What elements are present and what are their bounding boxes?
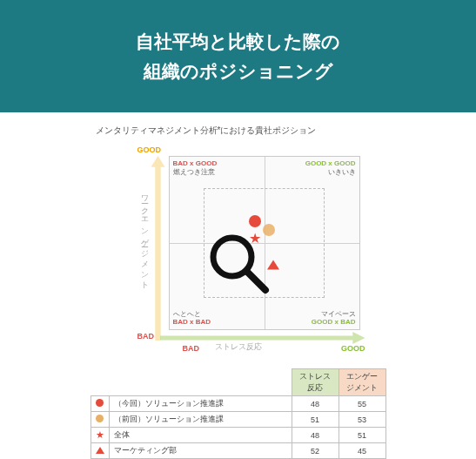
row-engage: 55 (339, 396, 385, 412)
corner-tl-tag: BAD x GOOD (173, 159, 218, 167)
table-blank-header (91, 369, 292, 396)
star-icon: ★ (96, 429, 104, 440)
point-overall: ★ (249, 232, 261, 246)
circle-gold-icon (96, 415, 104, 422)
corner-bl-tag: BAD x BAD (173, 318, 211, 326)
table-header-engage: エンゲージメント (339, 369, 385, 396)
row-marker (91, 443, 109, 459)
point-current-solution (249, 215, 261, 227)
table-row: （今回）ソリューション推進課 48 55 (91, 396, 385, 412)
row-stress: 51 (292, 412, 339, 428)
row-engage: 45 (339, 443, 385, 459)
row-label: マーケティング部 (109, 443, 292, 459)
corner-top-right: GOOD x GOOD いきいき (305, 159, 356, 176)
point-previous-solution (263, 224, 275, 236)
row-marker (91, 396, 109, 412)
report-title: メンタリティマネジメント分析*における貴社ポジション (73, 125, 404, 137)
table-header-row: ストレス反応 エンゲージメント (91, 369, 385, 396)
hero-banner: 自社平均と比較した際の 組織のポジショニング (0, 0, 476, 112)
report-card: メンタリティマネジメント分析*における貴社ポジション GOOD BAD BAD … (73, 112, 404, 459)
corner-bottom-right: マイペース GOOD x BAD (312, 310, 356, 327)
corner-br-sub: マイペース (321, 310, 356, 318)
corner-tr-sub: いきいき (328, 168, 356, 176)
corner-bottom-left: へとへと BAD x BAD (173, 310, 211, 327)
row-label: （前回）ソリューション推進課 (109, 412, 292, 428)
x-axis-arrow-icon (160, 332, 365, 344)
inner-reference-box (204, 188, 325, 299)
x-axis-bad-label: BAD (183, 344, 200, 353)
corner-top-left: BAD x GOOD 燃えつき注意 (173, 159, 218, 176)
row-stress: 48 (292, 396, 339, 412)
corner-tr-tag: GOOD x GOOD (305, 159, 356, 167)
hero-line-2: 組織のポジショニング (144, 61, 333, 81)
table-row: マーケティング部 52 45 (91, 443, 385, 459)
row-marker (91, 412, 109, 428)
y-axis-label: ワークエンゲージメント (139, 189, 151, 287)
data-table: ストレス反応 エンゲージメント （今回）ソリューション推進課 48 55 （前回… (91, 368, 386, 459)
row-label: 全体 (109, 428, 292, 443)
table-row: （前回）ソリューション推進課 51 53 (91, 412, 385, 428)
row-stress: 48 (292, 428, 339, 443)
corner-tl-sub: 燃えつき注意 (173, 168, 215, 176)
row-marker: ★ (91, 428, 109, 443)
row-label: （今回）ソリューション推進課 (109, 396, 292, 412)
y-axis-bad-label: BAD (137, 332, 155, 341)
y-axis-good-label: GOOD (137, 145, 162, 154)
table-row: ★ 全体 48 51 (91, 428, 385, 443)
point-marketing (267, 260, 279, 269)
quadrant-chart: GOOD BAD BAD GOOD ワークエンゲージメント ストレス反応 BAD… (108, 144, 369, 353)
y-axis-arrow-icon (151, 156, 165, 341)
circle-red-icon (96, 399, 104, 407)
row-engage: 51 (339, 428, 385, 443)
plot-area: BAD x GOOD 燃えつき注意 GOOD x GOOD いきいき へとへと … (169, 156, 360, 330)
hero-line-1: 自社平均と比較した際の (136, 31, 340, 51)
table-header-stress: ストレス反応 (292, 369, 339, 396)
x-axis-label: ストレス反応 (215, 341, 262, 353)
corner-br-tag: GOOD x BAD (312, 318, 356, 326)
row-stress: 52 (292, 443, 339, 459)
corner-bl-sub: へとへと (173, 310, 201, 318)
x-axis-good-label: GOOD (341, 344, 365, 353)
row-engage: 53 (339, 412, 385, 428)
triangle-icon (96, 447, 104, 454)
